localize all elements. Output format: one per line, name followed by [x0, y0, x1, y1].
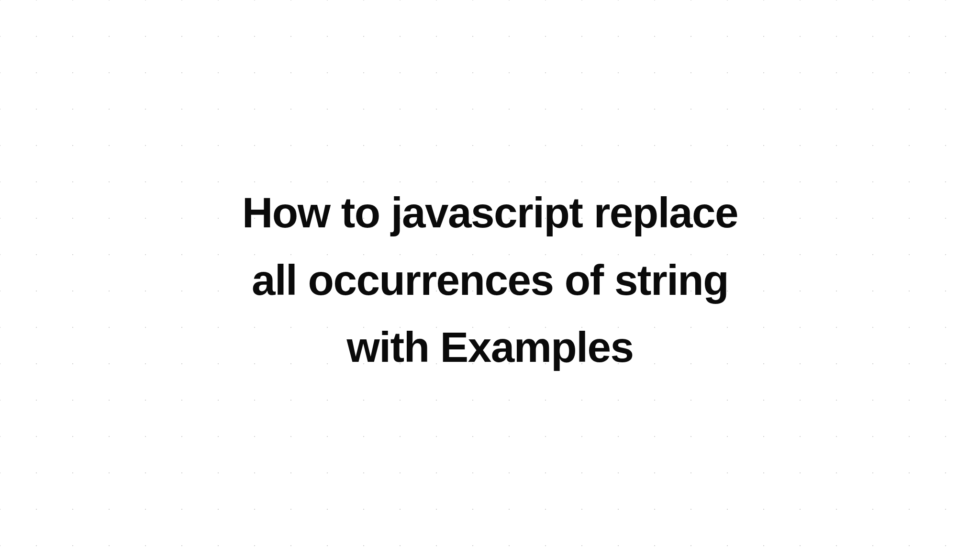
page-title: How to javascript replace all occurrence… — [227, 179, 753, 381]
